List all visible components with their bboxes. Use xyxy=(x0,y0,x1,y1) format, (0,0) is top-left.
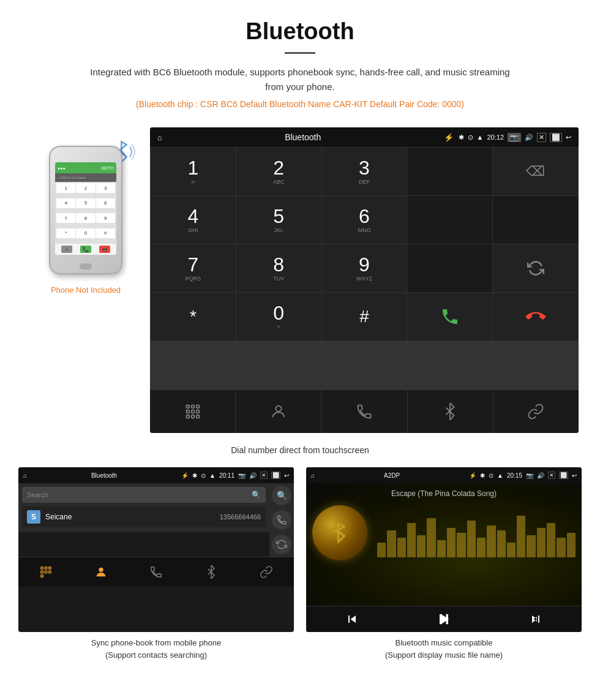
phonebook-screen: ⌂ Bluetooth ⚡ ✱ ⊙ ▲ 20:11 📷 🔊 ✕ ⬜ ↩ Sear… xyxy=(18,467,294,632)
music-equalizer xyxy=(377,508,576,557)
dial-keypad-grid: 1 ∞ 2 ABC 3 DEF ⌫ 4 GHI 5 JKL xyxy=(150,147,579,390)
music-caption: Bluetooth music compatible (Support disp… xyxy=(306,632,582,666)
dial-key-8[interactable]: 8 TUV xyxy=(236,244,321,292)
pb-search-placeholder: Search xyxy=(27,491,252,499)
pb-tab-calls-bottom[interactable] xyxy=(129,560,184,584)
pb-bt-icon: ✱ xyxy=(192,472,197,479)
svg-point-17 xyxy=(99,568,103,572)
phonebook-caption: Sync phone-book from mobile phone (Suppo… xyxy=(18,632,294,666)
pb-contact-number: 13566664466 xyxy=(220,513,261,521)
dial-empty-1 xyxy=(407,148,492,195)
phone-not-included-label: Phone Not Included xyxy=(51,285,121,295)
header-divider xyxy=(285,52,315,54)
phone-home-button xyxy=(80,263,92,269)
dial-tab-bluetooth[interactable] xyxy=(408,390,493,433)
pb-cam-icon: 📷 xyxy=(238,472,246,479)
dial-key-6[interactable]: 6 MNO xyxy=(322,196,407,244)
header-description: Integrated with BC6 Bluetooth module, su… xyxy=(86,65,514,94)
pb-tab-contacts-active[interactable] xyxy=(73,560,129,584)
phone-body: ●●● MOTO + Add to Contacts 123 456 789 *… xyxy=(49,146,122,274)
pb-contact-row[interactable]: S Seicane 13566664466 xyxy=(22,506,266,527)
dial-tab-contacts[interactable] xyxy=(236,390,321,433)
svg-rect-14 xyxy=(45,571,47,573)
pb-x-icon: ✕ xyxy=(260,472,268,479)
dial-key-hash[interactable]: # xyxy=(322,293,407,341)
dial-status-icons: ✱ ⊙ ▲ 20:12 📷 🔊 ✕ ⬜ ↩ xyxy=(459,133,571,142)
music-win-icon: ⬜ xyxy=(559,472,568,479)
dial-key-7[interactable]: 7 PQRS xyxy=(151,244,236,292)
svg-rect-12 xyxy=(49,567,51,570)
svg-rect-6 xyxy=(186,415,189,418)
pb-signal-icon: ▲ xyxy=(209,472,216,479)
pb-tab-keypad[interactable] xyxy=(18,560,73,584)
svg-rect-20 xyxy=(446,614,449,624)
music-album-area xyxy=(312,505,576,560)
dial-end-call-button[interactable] xyxy=(493,293,578,341)
dial-key-star[interactable]: * xyxy=(151,293,236,341)
pb-win-icon: ⬜ xyxy=(271,472,280,479)
pb-tab-link-bottom[interactable] xyxy=(239,560,294,584)
music-prev-button[interactable] xyxy=(340,610,364,628)
music-screen: ⌂ A2DP ⚡ ✱ ⊙ ▲ 20:15 📷 🔊 ✕ ⬜ ↩ Escape (T… xyxy=(306,467,582,632)
pb-search-side-icon[interactable]: 🔍 xyxy=(272,486,291,505)
dial-tab-calls[interactable] xyxy=(321,390,407,433)
signal-icon: ▲ xyxy=(477,134,484,141)
dial-key-2[interactable]: 2 ABC xyxy=(236,148,321,195)
pb-search-icon: 🔍 xyxy=(252,491,261,499)
phone-screen: ●●● MOTO + Add to Contacts 123 456 789 *… xyxy=(55,162,116,255)
music-usb-icon: ⚡ xyxy=(469,472,476,479)
music-signal-icon: ▲ xyxy=(497,472,503,479)
svg-rect-15 xyxy=(49,571,51,573)
dial-key-5[interactable]: 5 JKL xyxy=(236,196,321,244)
close-icon: ✕ xyxy=(537,133,546,142)
music-screenshot: ⌂ A2DP ⚡ ✱ ⊙ ▲ 20:15 📷 🔊 ✕ ⬜ ↩ Escape (T… xyxy=(306,467,582,666)
camera-icon: 📷 xyxy=(508,133,521,142)
pb-title: Bluetooth xyxy=(31,472,178,479)
dial-key-9[interactable]: 9 WXYZ xyxy=(322,244,407,292)
music-home-icon: ⌂ xyxy=(311,472,315,479)
dial-backspace-key[interactable]: ⌫ xyxy=(493,148,578,195)
svg-rect-19 xyxy=(440,614,442,624)
dial-key-1[interactable]: 1 ∞ xyxy=(151,148,236,195)
music-playpause-button[interactable] xyxy=(432,610,456,628)
dial-key-4[interactable]: 4 GHI xyxy=(151,196,236,244)
header-specs: (Bluetooth chip : CSR BC6 Default Blueto… xyxy=(12,99,588,109)
pb-search-bar[interactable]: Search 🔍 xyxy=(22,487,266,503)
pb-status-bar: ⌂ Bluetooth ⚡ ✱ ⊙ ▲ 20:11 📷 🔊 ✕ ⬜ ↩ xyxy=(18,467,294,483)
pb-time: 20:11 xyxy=(219,472,234,479)
dial-key-0[interactable]: 0 + xyxy=(236,293,321,341)
dial-key-3[interactable]: 3 DEF xyxy=(322,148,407,195)
location-icon: ⊙ xyxy=(468,134,473,141)
dial-call-button[interactable] xyxy=(407,293,492,341)
pb-usb-icon: ⚡ xyxy=(181,472,189,479)
music-title: A2DP xyxy=(318,472,465,479)
svg-rect-5 xyxy=(196,410,199,413)
svg-rect-2 xyxy=(196,405,199,408)
svg-rect-7 xyxy=(191,415,194,418)
svg-rect-8 xyxy=(196,415,199,418)
pb-side-icons: 🔍 xyxy=(269,483,294,557)
music-next-button[interactable] xyxy=(523,610,548,628)
pb-call-side-icon[interactable] xyxy=(272,510,291,530)
dial-tab-keypad[interactable] xyxy=(150,390,236,433)
svg-rect-0 xyxy=(186,405,189,408)
music-content: Escape (The Pina Colada Song) xyxy=(306,483,582,606)
pb-home-icon: ⌂ xyxy=(23,472,27,479)
music-song-title: Escape (The Pina Colada Song) xyxy=(391,489,497,498)
pb-icon-row xyxy=(18,557,294,587)
pb-contact-letter: S xyxy=(27,510,40,524)
phone-image: ●●● MOTO + Add to Contacts 123 456 789 *… xyxy=(46,146,126,280)
dial-tab-link[interactable] xyxy=(493,390,579,433)
music-controls xyxy=(306,606,582,632)
svg-rect-4 xyxy=(191,410,194,413)
music-album-art xyxy=(312,505,367,560)
dial-refresh-key[interactable] xyxy=(493,244,578,292)
music-cam-icon: 📷 xyxy=(526,472,533,479)
pb-tab-bluetooth-bottom[interactable] xyxy=(184,560,239,584)
svg-rect-13 xyxy=(41,571,43,573)
dial-screenshot: ⌂ Bluetooth ⚡ ✱ ⊙ ▲ 20:12 📷 🔊 ✕ ⬜ ↩ 1 ∞ xyxy=(150,127,579,433)
pb-refresh-side-icon[interactable] xyxy=(272,535,291,554)
music-loc-icon: ⊙ xyxy=(489,472,493,479)
page-title: Bluetooth xyxy=(12,18,588,45)
dial-icon-row xyxy=(150,390,579,433)
